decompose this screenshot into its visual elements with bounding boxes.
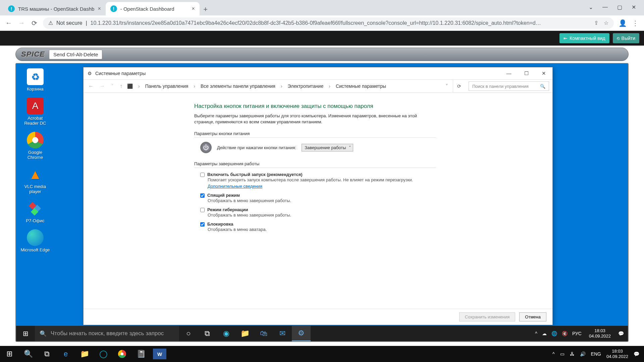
- recent-icon[interactable]: ˅: [110, 83, 115, 89]
- battery-icon[interactable]: ▭: [560, 351, 565, 357]
- edge-icon[interactable]: Microsoft Edge: [20, 229, 50, 252]
- r7-office-icon[interactable]: Р7-Офис: [20, 200, 50, 223]
- app-icon: ⚙: [88, 71, 92, 76]
- host-clock[interactable]: 18:03 04.09.2022: [606, 349, 628, 359]
- taskbar-search[interactable]: 🔍 Чтобы начать поиск, введите здесь запр…: [35, 326, 179, 341]
- language-indicator[interactable]: ENG: [591, 351, 601, 357]
- window-titlebar: ⚙ Системные параметры — ☐ ✕: [84, 67, 552, 79]
- profile-icon[interactable]: 👤: [619, 19, 627, 27]
- more-info-link[interactable]: Дополнительные сведения: [208, 184, 262, 189]
- notifications-icon[interactable]: 💬: [634, 351, 639, 357]
- menu-icon[interactable]: ⋮: [631, 19, 639, 27]
- search-icon: 🔍: [40, 330, 47, 337]
- desktop-icons: ♻Корзина AAcrobat Reader DC Google Chrom…: [20, 68, 50, 252]
- forward-icon[interactable]: →: [98, 83, 106, 89]
- save-button[interactable]: Сохранить изменения: [459, 312, 516, 321]
- minimize-icon[interactable]: —: [602, 4, 608, 10]
- vlc-icon[interactable]: ▲VLC media player: [20, 166, 50, 194]
- chrome-icon[interactable]: Google Chrome: [20, 132, 50, 160]
- chrome-taskbar-icon[interactable]: [113, 346, 131, 362]
- send-cad-button[interactable]: Send Ctrl-Alt-Delete: [49, 50, 102, 59]
- mail-taskbar-icon[interactable]: ✉: [273, 326, 292, 341]
- recycle-bin-icon[interactable]: ♻Корзина: [20, 68, 50, 92]
- cancel-button[interactable]: Отмена: [519, 312, 546, 321]
- chevron-down-icon[interactable]: ˅: [444, 83, 449, 89]
- network-icon[interactable]: 🌐: [551, 331, 557, 336]
- control-panel-window: ⚙ Системные параметры — ☐ ✕ ← → ˅ ↑ ⬛ › …: [83, 67, 553, 325]
- notifications-icon[interactable]: 💬: [618, 331, 624, 336]
- sleep-checkbox[interactable]: Спящий режим: [200, 193, 428, 198]
- close-icon[interactable]: ✕: [632, 4, 636, 10]
- breadcrumb-item[interactable]: Все элементы панели управления: [201, 83, 275, 89]
- hibernate-checkbox[interactable]: Режим гибернации: [200, 207, 428, 212]
- language-indicator[interactable]: РУС: [572, 331, 582, 336]
- window-controls: ⌄ — ▢ ✕: [581, 0, 644, 14]
- chevron-down-icon[interactable]: ⌄: [589, 4, 593, 10]
- breadcrumb-item[interactable]: Панель управления: [145, 83, 189, 89]
- url-text: 10.1.220.31/trs/instances/2ee85a0d10a747…: [91, 20, 541, 26]
- power-action-select[interactable]: Завершение работы ˅: [302, 144, 353, 152]
- tray-chevron-icon[interactable]: ^: [535, 331, 537, 336]
- cp-icon: ⬛: [127, 83, 133, 89]
- edge-taskbar-icon[interactable]: ◉: [217, 326, 235, 341]
- cortana-icon[interactable]: ○: [179, 326, 198, 341]
- star-icon[interactable]: ☆: [604, 20, 608, 26]
- browser-tab-1[interactable]: ! TRS машины - OpenStack Dashb ×: [3, 2, 106, 15]
- acrobat-icon[interactable]: AAcrobat Reader DC: [20, 98, 50, 126]
- logout-icon: ⎋: [617, 36, 620, 41]
- host-task-view-icon[interactable]: ⧉: [38, 346, 56, 362]
- back-icon[interactable]: ←: [87, 83, 95, 89]
- close-icon[interactable]: ×: [192, 6, 195, 12]
- maximize-icon[interactable]: ▢: [617, 4, 622, 10]
- breadcrumb-item[interactable]: Электропитание: [288, 83, 324, 89]
- compact-view-button[interactable]: ⇤Компактный вид: [559, 33, 609, 43]
- search-input[interactable]: Поиск в панели управления 🔍: [469, 81, 549, 91]
- host-search-icon[interactable]: 🔍: [19, 346, 38, 362]
- volume-icon[interactable]: 🔇: [562, 331, 568, 336]
- clock[interactable]: 18:03 04.09.2022: [586, 328, 613, 339]
- forward-icon[interactable]: →: [17, 19, 25, 27]
- close-icon[interactable]: ×: [98, 6, 101, 12]
- back-icon[interactable]: ←: [5, 19, 13, 27]
- logout-button[interactable]: ⎋Выйти: [613, 33, 639, 43]
- url-field[interactable]: ⚠ Not secure | 10.1.220.31/trs/instances…: [43, 17, 614, 29]
- onedrive-icon[interactable]: ☁: [542, 331, 547, 336]
- host-start-button[interactable]: ⊞: [0, 346, 19, 362]
- app-taskbar-icon[interactable]: ◯: [94, 346, 113, 362]
- breadcrumb-item[interactable]: Системные параметры: [336, 83, 386, 89]
- search-placeholder: Поиск в панели управления: [472, 84, 529, 89]
- openstack-top-bar: ⇤Компактный вид ⎋Выйти: [0, 31, 644, 46]
- control-panel-taskbar-icon[interactable]: ⚙: [292, 326, 311, 341]
- tray-chevron-icon[interactable]: ^: [552, 351, 555, 357]
- up-icon[interactable]: ↑: [118, 83, 124, 89]
- favicon-icon: !: [8, 5, 15, 12]
- volume-icon[interactable]: 🔊: [580, 351, 586, 357]
- minimize-icon[interactable]: —: [504, 70, 514, 76]
- close-icon[interactable]: ✕: [539, 70, 548, 76]
- word-taskbar-icon[interactable]: W: [153, 349, 166, 359]
- network-icon[interactable]: 🖧: [570, 351, 575, 357]
- power-action-label: Действие при нажатии кнопки питания:: [217, 145, 296, 150]
- refresh-icon[interactable]: ⟳: [453, 80, 465, 93]
- window-title: Системные параметры: [95, 71, 146, 76]
- explorer-taskbar-icon[interactable]: 📁: [235, 326, 254, 341]
- reload-icon[interactable]: ⟳: [30, 19, 38, 27]
- ie-taskbar-icon[interactable]: e: [56, 346, 75, 362]
- browser-tab-2[interactable]: ! - OpenStack Dashboard ×: [106, 2, 200, 15]
- store-taskbar-icon[interactable]: 🛍: [254, 326, 273, 341]
- task-view-icon[interactable]: ⧉: [198, 326, 217, 341]
- section-shutdown: Параметры завершения работы: [194, 161, 436, 168]
- chevron-down-icon: ˅: [349, 145, 351, 150]
- lock-checkbox[interactable]: Блокировка: [200, 222, 428, 227]
- vm-system-tray: ^ ☁ 🌐 🔇 РУС 18:03 04.09.2022 💬: [531, 328, 628, 339]
- start-button[interactable]: ⊞: [16, 326, 35, 341]
- maximize-icon[interactable]: ☐: [522, 70, 531, 76]
- section-power-button: Параметры кнопки питания: [194, 131, 436, 138]
- notepad-taskbar-icon[interactable]: 📓: [131, 346, 150, 362]
- explorer-taskbar-icon[interactable]: 📁: [75, 346, 94, 362]
- share-icon[interactable]: ⇪: [594, 20, 598, 26]
- new-tab-button[interactable]: +: [200, 3, 212, 15]
- fast-startup-checkbox[interactable]: Включить быстрый запуск (рекомендуется): [200, 172, 428, 177]
- compress-icon: ⇤: [564, 36, 568, 41]
- tab-title: TRS машины - OpenStack Dashb: [18, 6, 94, 12]
